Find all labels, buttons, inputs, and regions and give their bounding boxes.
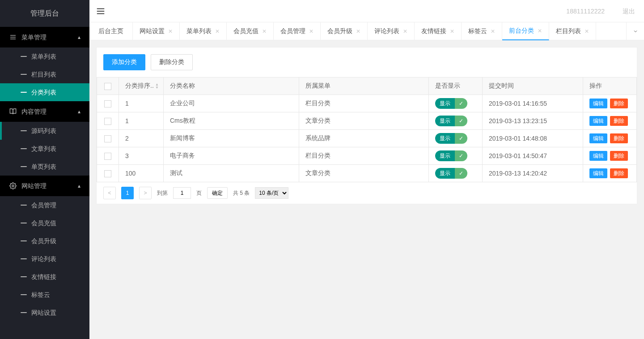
show-switch[interactable]: 显示✓	[435, 150, 467, 161]
edit-button[interactable]: 编辑	[589, 151, 607, 161]
check-icon: ✓	[455, 116, 467, 126]
tab[interactable]: 网站设置✕	[133, 22, 180, 40]
active-marker	[0, 122, 2, 140]
sidebar-item[interactable]: 评论列表	[0, 250, 89, 268]
hamburger-icon[interactable]	[89, 0, 112, 22]
delete-category-button[interactable]: 删除分类	[151, 54, 193, 70]
delete-button[interactable]: 删除	[610, 133, 628, 143]
sidebar-item[interactable]: 单页列表	[0, 158, 89, 176]
edit-button[interactable]: 编辑	[589, 99, 607, 108]
cell-sort: 1	[119, 95, 164, 112]
sidebar: 管理后台 菜单管理▴菜单列表栏目列表分类列表内容管理▴源码列表文章列表单页列表网…	[0, 0, 89, 339]
sidebar-item[interactable]: 网站设置	[0, 304, 89, 322]
tab-home[interactable]: 后台主页	[89, 22, 133, 40]
checkbox[interactable]	[104, 170, 111, 177]
sidebar-item[interactable]: 文章列表	[0, 140, 89, 158]
cell-menu: 系统品牌	[299, 130, 429, 147]
table-row: 1企业公司栏目分类显示✓2019-03-01 14:16:55编辑删除	[97, 95, 637, 112]
cell-sort: 100	[119, 165, 164, 182]
gear-icon	[9, 182, 17, 189]
menu-group-gear[interactable]: 网站管理▴	[0, 176, 89, 196]
book-icon	[9, 108, 17, 115]
delete-button[interactable]: 删除	[610, 168, 628, 178]
edit-button[interactable]: 编辑	[589, 116, 607, 126]
delete-button[interactable]: 删除	[610, 116, 628, 126]
checkbox[interactable]	[104, 100, 111, 107]
dash-icon	[21, 74, 27, 75]
checkbox[interactable]	[104, 118, 111, 125]
tab[interactable]: 标签云✕	[462, 22, 502, 40]
tab[interactable]: 栏目列表✕	[549, 22, 596, 40]
sidebar-item[interactable]: 菜单列表	[0, 47, 89, 65]
close-icon[interactable]: ✕	[309, 28, 314, 34]
tab[interactable]: 前台分类✕	[502, 22, 549, 40]
menu-group-menu[interactable]: 菜单管理▴	[0, 27, 89, 47]
close-icon[interactable]: ✕	[215, 28, 220, 34]
header-phone[interactable]: 18811112222	[557, 0, 614, 22]
col-sort-header[interactable]: 分类排序.. ▲▼	[119, 77, 164, 95]
tab[interactable]: 菜单列表✕	[180, 22, 227, 40]
show-switch[interactable]: 显示✓	[435, 116, 467, 126]
page-1[interactable]: 1	[121, 187, 134, 199]
col-show-header: 是否显示	[429, 77, 483, 95]
dash-icon	[21, 56, 27, 57]
show-switch[interactable]: 显示✓	[435, 98, 467, 109]
edit-button[interactable]: 编辑	[589, 168, 607, 178]
sidebar-item[interactable]: 标签云	[0, 286, 89, 304]
tab[interactable]: 会员升级✕	[321, 22, 368, 40]
cell-menu: 栏目分类	[299, 95, 429, 112]
tab-more-dropdown[interactable]	[626, 22, 644, 40]
close-icon[interactable]: ✕	[585, 28, 589, 34]
cell-sort: 1	[119, 112, 164, 130]
close-icon[interactable]: ✕	[356, 28, 360, 34]
svg-point-3	[12, 185, 14, 187]
sidebar-item[interactable]: 栏目列表	[0, 65, 89, 83]
tab[interactable]: 评论列表✕	[368, 22, 415, 40]
table-row: 1Cms教程文章分类显示✓2019-03-13 13:23:15编辑删除	[97, 112, 637, 130]
sidebar-item[interactable]: 分类列表	[0, 83, 89, 101]
sidebar-item[interactable]: 会员升级	[0, 232, 89, 250]
tab[interactable]: 会员充值✕	[227, 22, 274, 40]
add-category-button[interactable]: 添加分类	[103, 54, 145, 70]
edit-button[interactable]: 编辑	[589, 133, 607, 143]
checkbox[interactable]	[104, 135, 111, 142]
cell-name: 企业公司	[164, 95, 299, 112]
sidebar-item[interactable]: 源码列表	[0, 122, 89, 140]
tab[interactable]: 友情链接✕	[415, 22, 462, 40]
close-icon[interactable]: ✕	[538, 28, 542, 34]
page-next[interactable]: >	[139, 187, 152, 199]
page-prev[interactable]: <	[103, 187, 116, 199]
goto-confirm[interactable]: 确定	[207, 187, 228, 199]
close-icon[interactable]: ✕	[403, 28, 407, 34]
delete-button[interactable]: 删除	[610, 151, 628, 161]
sidebar-item[interactable]: 会员充值	[0, 214, 89, 232]
cell-name: 测试	[164, 165, 299, 182]
dash-icon	[21, 240, 27, 241]
checkbox-all[interactable]	[104, 83, 111, 90]
checkbox[interactable]	[104, 153, 111, 160]
close-icon[interactable]: ✕	[450, 28, 454, 34]
close-icon[interactable]: ✕	[168, 28, 173, 34]
cell-name: Cms教程	[164, 112, 299, 130]
tab[interactable]: 会员管理✕	[274, 22, 321, 40]
dash-icon	[21, 312, 27, 313]
sidebar-item[interactable]: 会员管理	[0, 196, 89, 214]
show-switch[interactable]: 显示✓	[435, 168, 467, 179]
col-op-header: 操作	[583, 77, 637, 95]
close-icon[interactable]: ✕	[491, 28, 495, 34]
cell-time: 2019-03-01 14:16:55	[483, 95, 583, 112]
menu-group-book[interactable]: 内容管理▴	[0, 101, 89, 122]
close-icon[interactable]: ✕	[262, 28, 267, 34]
per-page-select[interactable]: 10 条/页	[255, 187, 288, 199]
sort-icon[interactable]: ▲▼	[155, 83, 159, 89]
logout-button[interactable]: 退出	[614, 0, 644, 22]
dash-icon	[21, 223, 27, 223]
cell-name: 电子商务	[164, 147, 299, 165]
chevron-up-icon: ▴	[78, 27, 80, 47]
delete-button[interactable]: 删除	[610, 99, 628, 108]
goto-input[interactable]	[173, 187, 191, 199]
goto-prefix: 到第	[157, 189, 168, 197]
sidebar-item[interactable]: 友情链接	[0, 268, 89, 286]
cell-menu: 文章分类	[299, 165, 429, 182]
show-switch[interactable]: 显示✓	[435, 133, 467, 144]
